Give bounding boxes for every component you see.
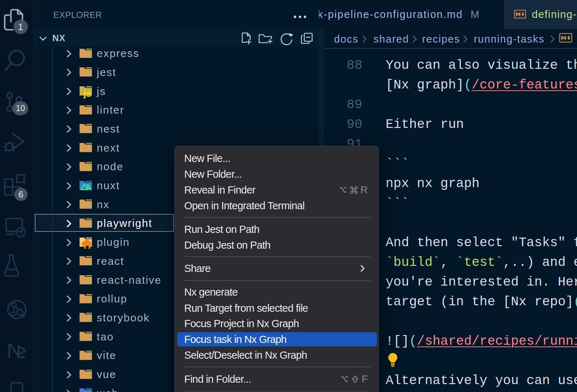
svg-text:js: js — [83, 88, 91, 99]
